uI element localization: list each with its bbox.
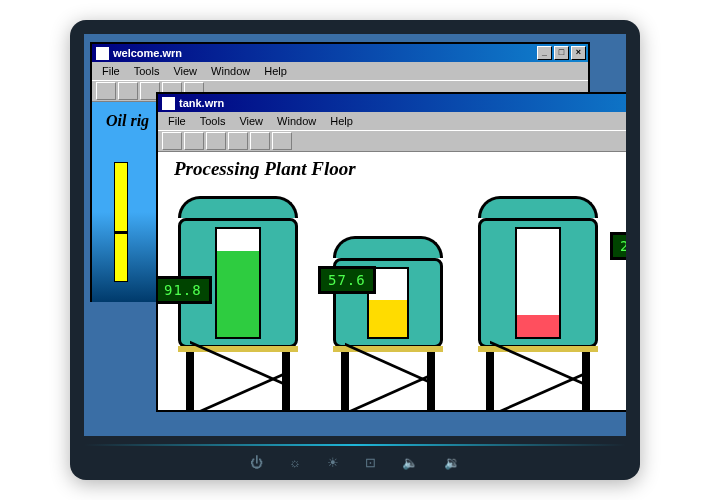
tank-3-readout: 22.5 (610, 232, 626, 260)
titlebar[interactable]: welcome.wrn _ □ × (92, 44, 588, 62)
toolbar-button[interactable] (272, 132, 292, 150)
window-tank[interactable]: tank.wrn _ □ × File Tools View Window He… (156, 92, 626, 412)
power-icon[interactable]: ⏻ (250, 455, 263, 470)
brightness-up-icon[interactable]: ☀ (327, 455, 339, 470)
maximize-button[interactable]: □ (554, 46, 569, 60)
toolbar-button[interactable] (184, 132, 204, 150)
app-icon (96, 47, 109, 60)
window-controls: _ □ × (537, 46, 586, 60)
minimize-button[interactable]: _ (537, 46, 552, 60)
menubar: File Tools View Window Help (158, 112, 626, 130)
menu-tools[interactable]: Tools (128, 64, 166, 78)
plant-floor: 91.8 57.6 22.5 (158, 186, 626, 410)
oil-rig-label: Oil rig (106, 112, 149, 130)
tank-2 (333, 236, 443, 406)
menu-window[interactable]: Window (271, 114, 322, 128)
toolbar-button[interactable] (250, 132, 270, 150)
toolbar-button[interactable] (228, 132, 248, 150)
volume-down-icon[interactable]: 🔈 (402, 455, 418, 470)
desktop: welcome.wrn _ □ × File Tools View Window… (84, 34, 626, 436)
tank-1-readout: 91.8 (158, 276, 212, 304)
menu-help[interactable]: Help (324, 114, 359, 128)
menu-file[interactable]: File (162, 114, 192, 128)
panel-pc-bezel: welcome.wrn _ □ × File Tools View Window… (70, 20, 640, 480)
monitor-osd-controls: ⏻ ☼ ☀ ⊡ 🔈 🔉 (70, 455, 640, 470)
toolbar-button[interactable] (206, 132, 226, 150)
app-icon (162, 97, 175, 110)
menu-icon[interactable]: ⊡ (365, 455, 376, 470)
tank-3 (478, 196, 598, 406)
volume-up-icon[interactable]: 🔉 (444, 455, 460, 470)
menu-view[interactable]: View (167, 64, 203, 78)
toolbar-button[interactable] (96, 82, 116, 100)
monitor-accent-strip (84, 444, 626, 446)
window-title: welcome.wrn (113, 47, 182, 59)
menu-window[interactable]: Window (205, 64, 256, 78)
menubar: File Tools View Window Help (92, 62, 588, 80)
brightness-down-icon[interactable]: ☼ (289, 455, 301, 470)
menu-view[interactable]: View (233, 114, 269, 128)
oil-rig-gauge (114, 162, 128, 282)
window-title: tank.wrn (179, 97, 224, 109)
close-button[interactable]: × (571, 46, 586, 60)
menu-tools[interactable]: Tools (194, 114, 232, 128)
menu-help[interactable]: Help (258, 64, 293, 78)
window-content: Processing Plant Floor 91.8 57.6 (158, 152, 626, 410)
toolbar (158, 130, 626, 152)
titlebar[interactable]: tank.wrn _ □ × (158, 94, 626, 112)
tank-2-readout: 57.6 (318, 266, 376, 294)
menu-file[interactable]: File (96, 64, 126, 78)
plant-floor-heading: Processing Plant Floor (174, 158, 356, 180)
toolbar-button[interactable] (162, 132, 182, 150)
toolbar-button[interactable] (118, 82, 138, 100)
